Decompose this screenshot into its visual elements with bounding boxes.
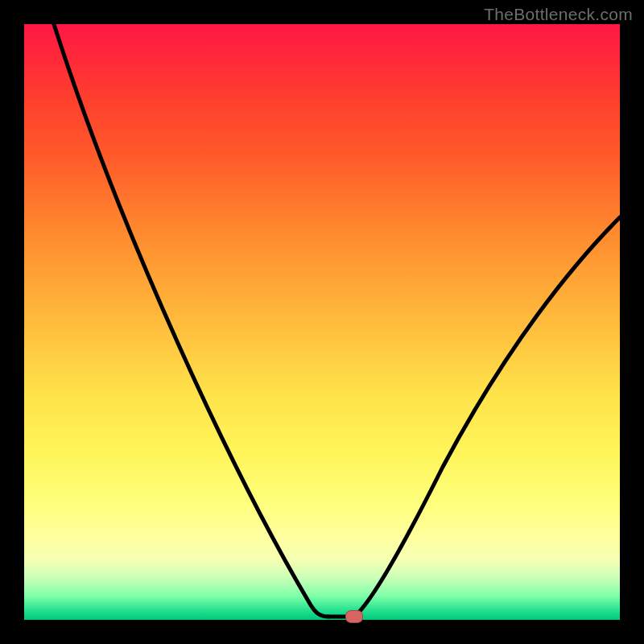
bottleneck-marker <box>345 610 363 623</box>
bottleneck-curve <box>24 24 620 620</box>
watermark-text: TheBottleneck.com <box>484 5 633 24</box>
curve-left <box>54 24 328 617</box>
curve-right <box>354 217 620 617</box>
plot-area <box>24 24 620 620</box>
chart-frame: TheBottleneck.com <box>0 0 644 644</box>
